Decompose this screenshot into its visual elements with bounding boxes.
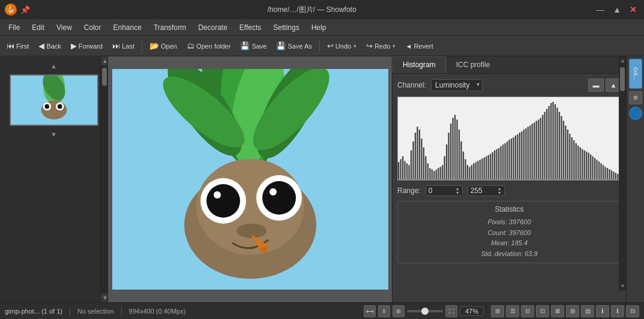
range-max-input[interactable]	[471, 186, 498, 195]
info-btn-1[interactable]: ℹ	[596, 305, 609, 317]
svg-rect-42	[421, 139, 422, 180]
thumbnail-image	[11, 75, 97, 125]
view-mode-1-btn[interactable]: ⊞	[491, 305, 504, 317]
svg-rect-49	[436, 170, 437, 180]
svg-rect-41	[419, 130, 420, 180]
svg-rect-90	[521, 131, 522, 180]
menu-effects[interactable]: Effects	[233, 21, 267, 34]
tab-histogram[interactable]: Histogram	[393, 56, 446, 73]
thumbnail-container[interactable]	[10, 74, 98, 126]
zoom-slider-thumb[interactable]	[421, 308, 429, 315]
minimize-button[interactable]: —	[594, 4, 607, 16]
menu-settings[interactable]: Settings	[267, 21, 305, 34]
range-min-down-button[interactable]: ▼	[456, 191, 460, 195]
fit-height-btn[interactable]: ⇕	[378, 305, 390, 317]
menu-help[interactable]: Help	[305, 21, 333, 34]
range-label: Range:	[397, 186, 421, 195]
range-min-up-button[interactable]: ▲	[456, 186, 460, 191]
maximize-button[interactable]: ▲	[610, 4, 624, 16]
hist-scroll-track[interactable]	[619, 65, 626, 282]
svg-rect-72	[484, 158, 485, 180]
hist-scroll-up[interactable]: ▲	[619, 56, 626, 65]
view-mode-2-btn[interactable]: ☰	[506, 305, 519, 317]
view-mode-4-btn[interactable]: ⊡	[536, 305, 549, 317]
scroll-up-button[interactable]: ▲	[5, 61, 103, 71]
range-max-down-button[interactable]: ▼	[498, 191, 502, 195]
scroll-up-arrow[interactable]: ▲	[101, 56, 107, 65]
info-btn-2[interactable]: ℹ	[611, 305, 624, 317]
redo-button[interactable]: ↪ Redo ▾	[362, 40, 400, 52]
histogram-linear-btn[interactable]: ▬	[588, 79, 604, 92]
svg-rect-107	[556, 108, 558, 180]
menu-color[interactable]: Color	[78, 21, 107, 34]
zoom-area: ⟷ ⇕ ⊞ ⛶ 47%	[364, 305, 484, 317]
menu-decorate[interactable]: Decorate	[192, 21, 233, 34]
first-button[interactable]: ⏮ First	[2, 40, 33, 52]
svg-rect-51	[440, 167, 441, 180]
svg-rect-114	[571, 137, 573, 180]
stat-pixels: Pixels: 397600	[402, 217, 617, 228]
menu-view[interactable]: View	[50, 21, 78, 34]
menu-enhance[interactable]: Enhance	[107, 21, 148, 34]
far-right-panel: Col... ⚙	[626, 56, 644, 302]
svg-rect-69	[477, 161, 478, 180]
stat-std-dev: Std. deviation: 63.9	[402, 249, 617, 260]
svg-rect-97	[536, 121, 537, 180]
main-area: ▲ ▼	[0, 56, 644, 302]
menu-transform[interactable]: Transform	[148, 21, 192, 34]
range-max-input-wrap: ▲ ▼	[468, 185, 505, 196]
thumbnail-area: ▲ ▼	[0, 56, 107, 302]
channel-select-wrapper[interactable]: Luminosity Red Green Blue Alpha	[431, 79, 483, 91]
view-mode-7-btn[interactable]: ▤	[581, 305, 594, 317]
svg-rect-63	[465, 160, 466, 180]
svg-rect-31	[398, 162, 399, 180]
image-display[interactable]	[108, 56, 392, 302]
last-button[interactable]: ⏭ Last	[108, 40, 139, 52]
undo-button[interactable]: ↩ Undo ▾	[323, 40, 361, 52]
gimp-mascot	[112, 69, 388, 290]
hist-scroll-down[interactable]: ▼	[619, 282, 626, 290]
stat-count: Count: 397600	[402, 228, 617, 239]
save-as-button[interactable]: 💾 Save As	[272, 40, 316, 52]
menu-file[interactable]: File	[2, 21, 26, 34]
view-mode-6-btn[interactable]: ⊞	[566, 305, 579, 317]
range-min-input[interactable]	[429, 186, 456, 195]
open-button[interactable]: 📂 Open	[145, 40, 181, 52]
info-btn-3[interactable]: ⊟	[626, 305, 639, 317]
svg-rect-73	[486, 157, 487, 180]
channel-select[interactable]: Luminosity Red Green Blue Alpha	[431, 79, 483, 91]
forward-icon: ▶	[71, 41, 77, 50]
back-button[interactable]: ◀ Back	[34, 40, 65, 52]
svg-rect-128	[600, 163, 601, 180]
zoom-slider[interactable]	[407, 310, 443, 312]
revert-button[interactable]: ◄ Revert	[401, 41, 437, 52]
tab-icc-profile[interactable]: ICC profile	[446, 56, 501, 73]
menu-edit[interactable]: Edit	[26, 21, 50, 34]
scroll-track[interactable]	[101, 65, 107, 293]
svg-rect-60	[459, 130, 460, 180]
svg-rect-61	[460, 142, 462, 180]
scroll-down-arrow[interactable]: ▼	[101, 293, 107, 302]
close-button[interactable]: ✕	[627, 4, 639, 16]
view-mode-3-btn[interactable]: ⊟	[521, 305, 534, 317]
svg-rect-35	[406, 163, 408, 180]
range-max-up-button[interactable]: ▲	[498, 186, 502, 191]
zoom-display[interactable]: 47%	[460, 306, 484, 316]
circle-btn[interactable]	[629, 107, 642, 120]
view-mode-5-btn[interactable]: ⊠	[551, 305, 564, 317]
save-button[interactable]: 💾 Save	[236, 40, 271, 52]
settings-icon-btn[interactable]: ⚙	[629, 91, 642, 104]
svg-rect-74	[488, 155, 489, 180]
col-button[interactable]: Col...	[629, 59, 642, 89]
statusbar: gimp-phot... (1 of 1) No selection 994x4…	[0, 302, 644, 319]
scroll-down-button[interactable]: ▼	[5, 130, 103, 139]
svg-rect-78	[496, 149, 497, 180]
forward-button[interactable]: ▶ Forward	[67, 40, 107, 52]
fit-width-btn[interactable]: ⟷	[364, 305, 376, 317]
svg-rect-83	[507, 142, 508, 180]
svg-rect-116	[576, 143, 577, 180]
svg-rect-138	[398, 179, 621, 180]
fit-all-btn[interactable]: ⊞	[393, 305, 405, 317]
open-folder-button[interactable]: 🗂 Open folder	[182, 40, 235, 52]
zoom-expand-btn[interactable]: ⛶	[445, 305, 457, 317]
